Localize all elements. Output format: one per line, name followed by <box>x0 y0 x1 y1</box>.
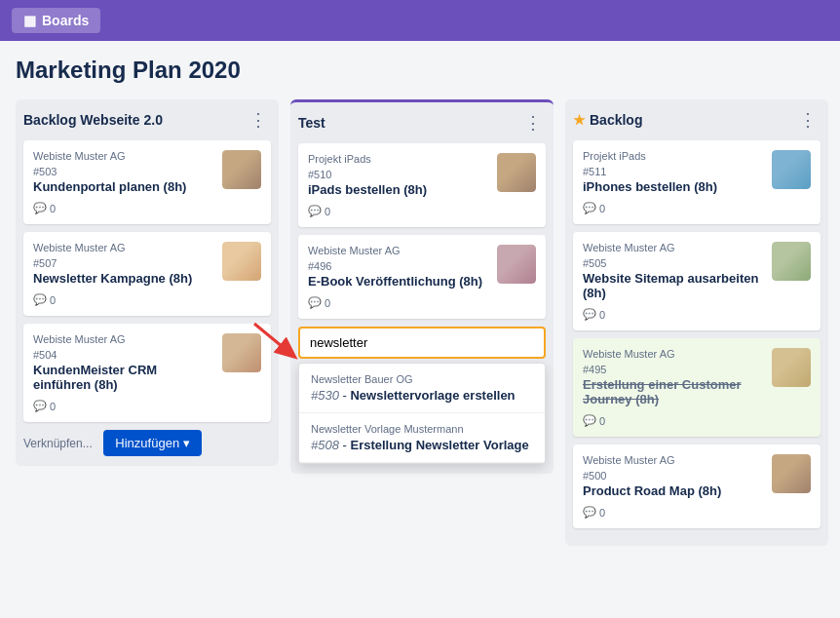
comment-icon: 💬 <box>33 400 47 412</box>
comment-icon: 💬 <box>308 296 322 309</box>
search-input[interactable] <box>298 327 546 359</box>
card-body: Webiste Muster AG #505 Website Sitemap a… <box>583 242 811 300</box>
add-button[interactable]: Hinzufügen ▾ <box>103 430 201 456</box>
search-area: Newsletter Bauer OG #530 - Newslettervor… <box>298 327 546 464</box>
card-496[interactable]: Webiste Muster AG #496 E-Book Veröffentl… <box>298 235 546 319</box>
card-info: Webiste Muster AG #496 E-Book Veröffentl… <box>308 245 489 289</box>
column-header: ★ Backlog ⋮ <box>573 109 821 131</box>
card-task-title: Newsletter Kampagne (8h) <box>33 271 214 286</box>
card-body: Projekt iPads #510 iPads bestellen (8h) <box>308 153 536 197</box>
comment-count: 0 <box>325 297 330 309</box>
comment-count: 0 <box>325 206 330 217</box>
add-card-area: Verknüpfen... Hinzufügen ▾ <box>23 430 271 456</box>
card-company: Webiste Muster AG <box>33 150 214 162</box>
page-content: Marketing Plan 2020 Backlog Webseite 2.0… <box>0 41 840 561</box>
card-company: Webiste Muster AG <box>583 454 764 466</box>
comment-icon: 💬 <box>33 202 47 214</box>
card-task-title: Kundenportal planen (8h) <box>33 179 214 194</box>
avatar-image <box>222 242 261 281</box>
comment-count: 0 <box>50 294 56 306</box>
card-505[interactable]: Webiste Muster AG #505 Website Sitemap a… <box>573 232 821 330</box>
dropdown-company: Newsletter Vorlage Mustermann <box>311 423 533 435</box>
column-more-button[interactable]: ⋮ <box>520 112 546 134</box>
dropdown-task: #508 - Erstellung Newsletter Vorlage <box>311 438 533 452</box>
card-id: #496 <box>308 260 489 272</box>
boards-label: Boards <box>42 13 89 28</box>
card-id: #495 <box>583 364 764 375</box>
dropdown-task-name: Newslettervorlage erstellen <box>350 388 515 403</box>
dropdown-task-id: #508 <box>311 438 339 452</box>
column-title: Test <box>298 115 325 131</box>
dropdown-task-name: Erstellung Newsletter Vorlage <box>350 438 528 452</box>
column-header: Backlog Webseite 2.0 ⋮ <box>23 109 271 131</box>
comment-icon: 💬 <box>583 414 596 427</box>
top-nav: ▦ Boards <box>0 0 840 41</box>
card-info: Webiste Muster AG #503 Kundenportal plan… <box>33 150 214 194</box>
card-body: Webiste Muster AG #496 E-Book Veröffentl… <box>308 245 536 289</box>
card-507[interactable]: Webiste Muster AG #507 Newsletter Kampag… <box>23 232 271 316</box>
card-503[interactable]: Webiste Muster AG #503 Kundenportal plan… <box>23 140 271 224</box>
card-company: Webiste Muster AG <box>33 242 214 253</box>
boards-button[interactable]: ▦ Boards <box>12 8 100 33</box>
search-dropdown: Newsletter Bauer OG #530 - Newslettervor… <box>298 363 546 464</box>
column-more-button[interactable]: ⋮ <box>795 109 821 131</box>
card-company: Webiste Muster AG <box>308 245 489 256</box>
card-495[interactable]: Webiste Muster AG #495 Erstellung einer … <box>573 338 821 437</box>
card-comment: 💬 0 <box>583 202 811 214</box>
card-avatar <box>772 242 811 281</box>
comment-icon: 💬 <box>583 506 596 519</box>
card-avatar <box>772 348 811 387</box>
card-comment: 💬 0 <box>583 506 811 519</box>
avatar-image <box>222 150 261 189</box>
card-510[interactable]: Projekt iPads #510 iPads bestellen (8h) … <box>298 143 546 227</box>
card-body: Webiste Muster AG #495 Erstellung einer … <box>583 348 811 406</box>
card-body: Webiste Muster AG #500 Product Road Map … <box>583 454 811 498</box>
avatar-image <box>772 150 811 189</box>
card-body: Webiste Muster AG #503 Kundenportal plan… <box>33 150 261 194</box>
card-info: Projekt iPads #510 iPads bestellen (8h) <box>308 153 489 197</box>
card-500[interactable]: Webiste Muster AG #500 Product Road Map … <box>573 444 821 528</box>
comment-count: 0 <box>599 203 605 214</box>
card-avatar <box>222 333 261 372</box>
column-test-wrapper: Test ⋮ Projekt iPads #510 iPads bestelle… <box>290 99 554 474</box>
column-title: Backlog Webseite 2.0 <box>23 112 163 128</box>
card-avatar <box>222 242 261 281</box>
dropdown-item-530[interactable]: Newsletter Bauer OG #530 - Newslettervor… <box>299 364 545 413</box>
column-more-button[interactable]: ⋮ <box>246 109 271 131</box>
card-task-title: E-Book Veröffentlichung (8h) <box>308 274 489 289</box>
card-body: Webiste Muster AG #504 KundenMeister CRM… <box>33 333 261 392</box>
avatar-image <box>497 153 536 192</box>
dropdown-task-id: #530 <box>311 388 339 403</box>
card-company: Webiste Muster AG <box>583 348 764 360</box>
page-title: Marketing Plan 2020 <box>16 57 824 84</box>
avatar-image <box>772 348 811 387</box>
dropdown-task: #530 - Newslettervorlage erstellen <box>311 388 533 403</box>
comment-count: 0 <box>599 309 605 321</box>
card-id: #503 <box>33 166 214 177</box>
card-avatar <box>772 150 811 189</box>
comment-icon: 💬 <box>308 205 322 217</box>
comment-icon: 💬 <box>583 202 596 214</box>
card-id: #510 <box>308 169 489 180</box>
dropdown-item-508[interactable]: Newsletter Vorlage Mustermann #508 - Ers… <box>299 413 545 463</box>
card-avatar <box>772 454 811 493</box>
card-body: Projekt iPads #511 iPhones bestellen (8h… <box>583 150 811 194</box>
card-comment: 💬 0 <box>583 308 811 321</box>
dropdown-company: Newsletter Bauer OG <box>311 373 533 385</box>
card-info: Webiste Muster AG #495 Erstellung einer … <box>583 348 764 406</box>
card-504[interactable]: Webiste Muster AG #504 KundenMeister CRM… <box>23 324 271 422</box>
card-avatar <box>497 153 536 192</box>
column-title: ★ Backlog <box>573 112 642 128</box>
avatar-image <box>222 333 261 372</box>
avatar-image <box>772 242 811 281</box>
card-id: #500 <box>583 470 764 482</box>
card-task-title: iPads bestellen (8h) <box>308 182 489 197</box>
comment-icon: 💬 <box>583 308 596 321</box>
card-id: #504 <box>33 349 214 361</box>
card-task-title: Website Sitemap ausarbeiten (8h) <box>583 271 764 300</box>
avatar-image <box>772 454 811 493</box>
card-511[interactable]: Projekt iPads #511 iPhones bestellen (8h… <box>573 140 821 224</box>
card-company: Webiste Muster AG <box>33 333 214 345</box>
comment-count: 0 <box>50 401 56 412</box>
column-header: Test ⋮ <box>298 112 546 134</box>
